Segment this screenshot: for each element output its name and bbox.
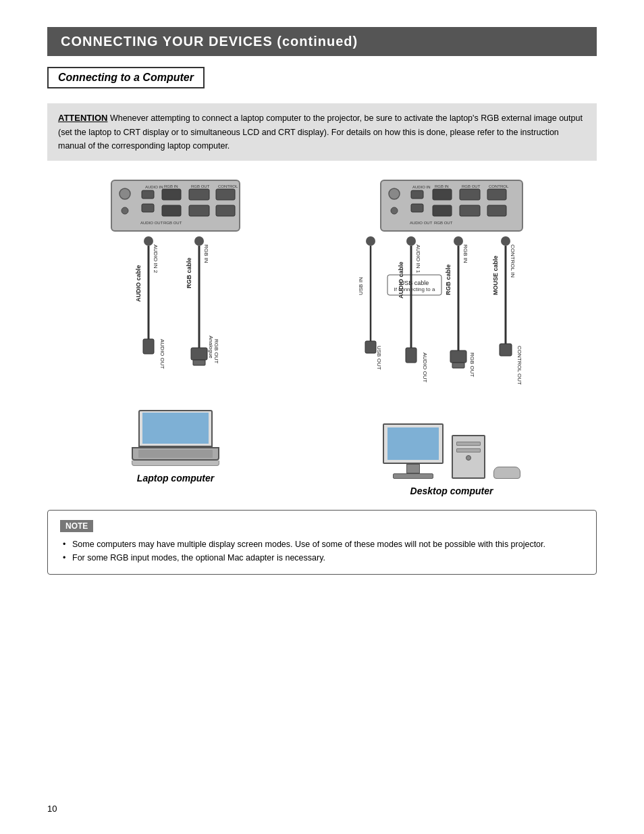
svg-point-49	[406, 236, 416, 246]
attention-box: ATTENTION Whenever attempting to connect…	[47, 103, 597, 161]
laptop-keyboard	[138, 450, 213, 458]
svg-rect-37	[433, 205, 452, 216]
desktop-tower	[452, 435, 485, 479]
svg-point-2	[122, 207, 128, 214]
svg-text:AUDIO IN 2: AUDIO IN 2	[153, 244, 159, 273]
laptop-touchpad-area	[132, 461, 219, 466]
svg-rect-41	[487, 205, 506, 216]
note-item-2: For some RGB input modes, the optional M…	[63, 551, 584, 565]
laptop-diagram-side: AUDIO IN RGB IN RGB OUT CONTROL AUDIO OU…	[47, 177, 304, 496]
desktop-illustration	[383, 423, 520, 479]
svg-rect-3	[142, 190, 154, 199]
desktop-label: Desktop computer	[410, 486, 493, 496]
svg-text:MOUSE cable: MOUSE cable	[492, 255, 499, 295]
mouse-shape	[493, 467, 520, 479]
svg-text:USB IN: USB IN	[358, 277, 364, 295]
tower-drive-2	[456, 448, 481, 452]
svg-text:RGB OUT: RGB OUT	[213, 339, 219, 364]
svg-rect-36	[433, 189, 452, 200]
svg-rect-27	[191, 348, 207, 360]
svg-text:RGB OUT: RGB OUT	[462, 184, 481, 188]
svg-text:RGB IN: RGB IN	[435, 184, 449, 188]
desktop-diagram-side: AUDIO IN RGB IN RGB OUT CONTROL AUDIO OU…	[306, 177, 597, 496]
svg-text:RGB cable: RGB cable	[186, 257, 192, 288]
page-number: 10	[47, 804, 57, 814]
svg-text:RGB OUT: RGB OUT	[191, 184, 210, 188]
svg-text:Analogue: Analogue	[208, 336, 214, 359]
monitor-base	[393, 473, 433, 479]
svg-rect-54	[365, 341, 376, 353]
svg-point-32	[389, 188, 400, 199]
diagram-wrapper: AUDIO IN RGB IN RGB OUT CONTROL AUDIO OU…	[47, 177, 597, 496]
svg-text:AUDIO IN 1: AUDIO IN 1	[415, 244, 421, 273]
attention-label: ATTENTION	[58, 113, 107, 123]
laptop-screen-content	[142, 413, 209, 444]
svg-rect-7	[189, 189, 209, 200]
sub-header: Connecting to a Computer	[47, 67, 205, 88]
main-title: CONNECTING YOUR DEVICES (continued)	[61, 34, 358, 49]
note-list: Some computers may have multiple display…	[60, 538, 584, 565]
desktop-peripherals	[493, 467, 520, 479]
svg-rect-35	[411, 204, 423, 212]
tower-power-button	[466, 455, 471, 461]
laptop-illustration	[132, 410, 219, 466]
svg-text:RGB OUT: RGB OUT	[469, 353, 475, 377]
monitor-display	[387, 427, 439, 460]
svg-rect-62	[406, 348, 417, 363]
svg-text:RGB IN: RGB IN	[462, 244, 468, 263]
page: CONNECTING YOUR DEVICES (continued) Conn…	[0, 0, 644, 834]
svg-text:RGB OUT: RGB OUT	[434, 221, 453, 225]
main-header: CONNECTING YOUR DEVICES (continued)	[47, 27, 597, 56]
svg-rect-5	[162, 189, 181, 200]
svg-rect-34	[411, 190, 423, 199]
svg-text:AUDIO cable: AUDIO cable	[135, 265, 142, 302]
svg-text:CONTROL: CONTROL	[489, 184, 509, 188]
svg-point-18	[194, 236, 204, 246]
svg-text:USB OUT: USB OUT	[376, 346, 382, 370]
svg-point-48	[366, 236, 375, 246]
svg-text:RGB IN: RGB IN	[164, 184, 178, 188]
svg-text:AUDIO OUT: AUDIO OUT	[159, 339, 165, 369]
svg-rect-9	[216, 189, 235, 200]
svg-rect-10	[216, 205, 235, 216]
svg-text:CONTROL: CONTROL	[218, 184, 238, 188]
svg-text:AUDIO IN: AUDIO IN	[412, 185, 431, 189]
note-box: NOTE Some computers may have multiple di…	[47, 510, 597, 575]
note-item-1: Some computers may have multiple display…	[63, 538, 584, 551]
svg-rect-40	[487, 189, 506, 200]
svg-point-51	[501, 236, 510, 246]
laptop-cable-diagram: AUDIO cable AUDIO IN 2 AUDIO OUT RGB cab…	[101, 234, 250, 410]
svg-rect-28	[193, 360, 205, 365]
svg-point-33	[391, 207, 398, 214]
svg-text:CONTROL IN: CONTROL IN	[510, 244, 516, 278]
svg-text:USB cable: USB cable	[400, 280, 429, 286]
desktop-cable-diagram: USB IN USB OUT USB cable If connecting t…	[350, 234, 553, 423]
sub-title: Connecting to a Computer	[58, 72, 194, 83]
monitor-screen	[383, 423, 444, 464]
laptop-label: Laptop computer	[137, 473, 214, 484]
note-label: NOTE	[60, 520, 93, 532]
svg-text:RGB OUT: RGB OUT	[163, 221, 182, 225]
svg-rect-38	[460, 189, 480, 200]
laptop-projector-panel: AUDIO IN RGB IN RGB OUT CONTROL AUDIO OU…	[108, 177, 243, 234]
monitor-stand	[406, 464, 420, 473]
svg-text:AUDIO OUT: AUDIO OUT	[422, 353, 428, 383]
svg-rect-4	[142, 204, 154, 212]
tower-drive-1	[456, 442, 481, 446]
attention-text: Whenever attempting to connect a laptop …	[58, 113, 583, 151]
svg-rect-6	[162, 205, 181, 216]
svg-text:AUDIO OUT: AUDIO OUT	[410, 221, 433, 225]
laptop-screen	[138, 410, 213, 447]
svg-text:RGB cable: RGB cable	[445, 264, 452, 295]
svg-rect-73	[500, 344, 512, 356]
svg-rect-68	[452, 363, 464, 368]
svg-text:RGB IN: RGB IN	[203, 244, 209, 263]
svg-point-50	[454, 236, 463, 246]
svg-rect-39	[460, 205, 480, 216]
svg-text:AUDIO OUT: AUDIO OUT	[140, 221, 163, 225]
laptop-base	[132, 447, 219, 461]
desktop-projector-panel: AUDIO IN RGB IN RGB OUT CONTROL AUDIO OU…	[377, 177, 526, 234]
svg-text:CONTROL OUT: CONTROL OUT	[516, 346, 522, 385]
svg-point-17	[144, 236, 153, 246]
desktop-monitor	[383, 423, 444, 479]
